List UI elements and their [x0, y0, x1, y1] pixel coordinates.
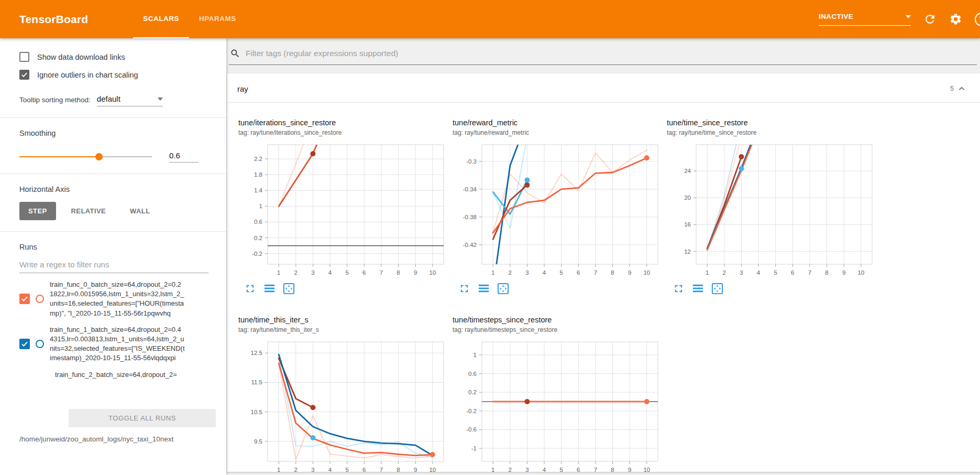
divider — [0, 174, 226, 174]
svg-text:10: 10 — [643, 467, 650, 473]
svg-text:20: 20 — [684, 195, 691, 201]
status-label: INACTIVE — [819, 13, 853, 20]
svg-text:5: 5 — [559, 269, 563, 276]
smoothing-value[interactable]: 0.6 — [169, 151, 199, 163]
svg-text:3: 3 — [311, 269, 314, 276]
svg-text:10: 10 — [857, 269, 864, 276]
runs-selector-icon[interactable] — [478, 283, 490, 295]
tag-filter-input[interactable] — [245, 48, 873, 59]
svg-text:2.2: 2.2 — [254, 156, 262, 162]
fit-domain-icon[interactable] — [283, 283, 295, 295]
horizontal-axis-options: STEP RELATIVE WALL — [19, 202, 208, 220]
slider-thumb[interactable] — [95, 153, 103, 160]
svg-text:2: 2 — [509, 269, 512, 276]
svg-text:4: 4 — [543, 269, 546, 276]
chart-title: tune/timesteps_since_restore — [453, 316, 667, 324]
svg-text:9.5: 9.5 — [254, 438, 262, 445]
chart-toolbar — [238, 283, 453, 295]
ignore-outliers-checkbox[interactable] — [19, 70, 29, 80]
smoothing-slider[interactable] — [19, 153, 152, 160]
run-checkbox[interactable] — [19, 339, 30, 349]
chart-canvas[interactable]: 9.510.511.512.512345678910 — [238, 339, 450, 475]
chart-tag: tag: ray/tune/timesteps_since_restore — [453, 326, 667, 333]
svg-text:5: 5 — [345, 467, 348, 473]
chevron-up-icon — [957, 84, 966, 93]
svg-text:10: 10 — [643, 269, 650, 276]
main-content: ray 5 tune/iterations_since_restore tag:… — [226, 38, 980, 475]
svg-text:9: 9 — [842, 269, 845, 276]
svg-text:4: 4 — [757, 269, 761, 276]
svg-text:10: 10 — [429, 269, 436, 276]
run-item: train_func_1_batch_size=64,dropout_2=0.4… — [19, 325, 208, 363]
svg-text:0.2: 0.2 — [254, 235, 262, 241]
svg-text:4: 4 — [543, 467, 546, 473]
chart-count: 5 — [950, 85, 954, 92]
chart-time-since-restore: tune/time_since_restore tag: ray/tune/ti… — [667, 118, 881, 295]
svg-text:8: 8 — [397, 467, 400, 473]
expand-chart-icon[interactable] — [673, 283, 685, 295]
tooltip-sort-row: Tooltip sorting method: default — [19, 94, 208, 106]
chart-canvas[interactable]: -0.20.20.611.41.82.212345678910 — [238, 142, 450, 282]
chart-toolbar — [667, 283, 881, 295]
expand-chart-icon[interactable] — [458, 283, 470, 295]
svg-text:7: 7 — [380, 467, 383, 473]
runs-regex-input[interactable]: Write a regex to filter runs — [19, 260, 208, 273]
chevron-down-icon — [906, 15, 911, 18]
svg-text:2: 2 — [294, 269, 298, 276]
svg-text:6: 6 — [791, 269, 794, 276]
chart-timesteps-since-restore: tune/timesteps_since_restore tag: ray/tu… — [453, 316, 667, 475]
axis-step-button[interactable]: STEP — [19, 202, 56, 220]
fit-domain-icon[interactable] — [711, 283, 723, 295]
svg-text:5: 5 — [345, 269, 348, 276]
svg-text:1: 1 — [706, 269, 709, 276]
fit-domain-icon[interactable] — [497, 283, 509, 295]
expand-chart-icon[interactable] — [244, 283, 256, 295]
svg-text:-0.3: -0.3 — [466, 158, 477, 165]
toggle-all-runs-button[interactable]: TOGGLE ALL RUNS — [69, 409, 216, 427]
status-dropdown[interactable]: INACTIVE — [819, 13, 911, 26]
chart-tag: tag: ray/tune/time_this_iter_s — [238, 326, 453, 333]
runs-list: train_func_0_batch_size=64,dropout_2=0.2… — [19, 280, 208, 411]
axis-relative-button[interactable]: RELATIVE — [62, 202, 115, 220]
svg-text:6: 6 — [577, 467, 580, 473]
run-color-radio[interactable] — [36, 295, 44, 303]
svg-text:16: 16 — [684, 221, 691, 228]
svg-text:7: 7 — [808, 269, 811, 276]
ray-section-header[interactable]: ray 5 — [227, 73, 980, 102]
svg-text:4: 4 — [328, 467, 332, 473]
app-header: TensorBoard SCALARS HPARAMS INACTIVE ? — [0, 0, 980, 38]
chart-title: tune/time_this_iter_s — [238, 316, 453, 324]
show-download-links-checkbox[interactable] — [19, 52, 29, 62]
tooltip-sort-dropdown[interactable]: default — [97, 94, 163, 106]
chart-canvas[interactable]: 10.60.2-0.2-0.6-112345678910 — [453, 339, 664, 475]
runs-selector-icon[interactable] — [263, 283, 276, 295]
svg-text:3: 3 — [740, 269, 743, 276]
check-icon — [20, 340, 29, 348]
svg-text:5: 5 — [559, 467, 563, 473]
svg-text:9: 9 — [628, 467, 631, 473]
svg-text:11.5: 11.5 — [251, 379, 262, 385]
gear-icon[interactable] — [949, 13, 962, 26]
svg-text:5: 5 — [774, 269, 777, 276]
tab-scalars[interactable]: SCALARS — [133, 0, 189, 38]
run-checkbox[interactable] — [19, 294, 30, 304]
axis-wall-button[interactable]: WALL — [121, 202, 159, 220]
section-collapse-control[interactable]: 5 — [950, 84, 966, 93]
svg-text:9: 9 — [414, 467, 417, 473]
svg-text:1.4: 1.4 — [254, 187, 263, 193]
settings-sidebar: Show data download links Ignore outliers… — [0, 38, 226, 475]
svg-text:1: 1 — [277, 467, 280, 473]
refresh-icon[interactable] — [923, 13, 937, 26]
help-icon[interactable]: ? — [975, 13, 980, 26]
svg-text:3: 3 — [311, 467, 314, 473]
svg-text:8: 8 — [397, 269, 400, 276]
chart-canvas[interactable]: -0.3-0.34-0.38-0.4212345678910 — [453, 142, 664, 282]
section-title: ray — [237, 84, 248, 93]
chart-canvas[interactable]: 1216202412345678910 — [667, 142, 878, 282]
svg-text:0.6: 0.6 — [468, 371, 477, 377]
svg-text:2: 2 — [723, 269, 726, 276]
runs-selector-icon[interactable] — [692, 283, 704, 295]
run-item: train_func_0_batch_size=64,dropout_2=0.2… — [19, 280, 208, 318]
tab-hparams[interactable]: HPARAMS — [189, 0, 246, 38]
run-color-radio[interactable] — [36, 340, 44, 348]
